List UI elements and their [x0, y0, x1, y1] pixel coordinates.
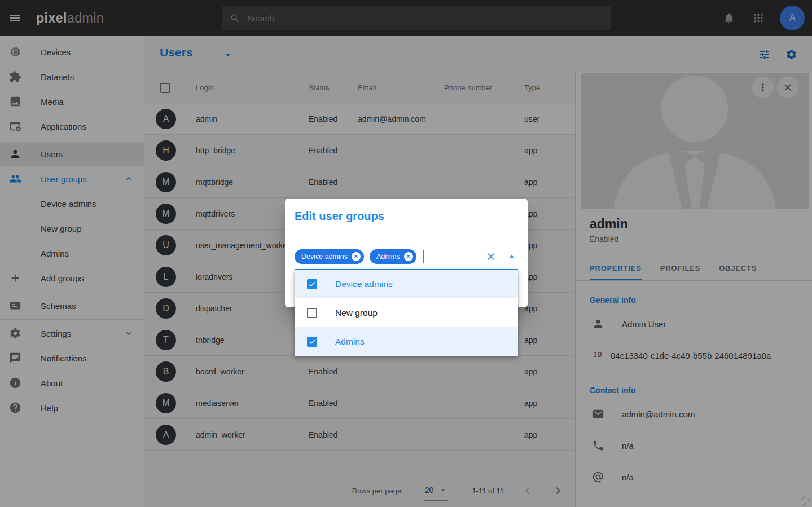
- group-options-dropdown: Device admins New group Admins: [295, 270, 518, 356]
- checkbox-checked-icon[interactable]: [307, 337, 317, 347]
- group-chip[interactable]: Device admins ✕: [295, 249, 364, 264]
- checkbox-unchecked-icon[interactable]: [307, 308, 317, 318]
- option-label: Admins: [335, 337, 365, 347]
- chip-remove-icon[interactable]: ✕: [404, 252, 413, 261]
- collapse-dropdown-icon[interactable]: [506, 250, 518, 263]
- input-actions: [485, 248, 518, 266]
- text-cursor: [423, 250, 424, 263]
- checkbox-checked-icon[interactable]: [307, 279, 317, 289]
- clear-selection-icon[interactable]: [485, 251, 497, 262]
- groups-chip-input[interactable]: Device admins ✕ Admins ✕: [295, 248, 518, 266]
- chip-label: Admins: [376, 253, 400, 261]
- group-option[interactable]: Admins: [295, 327, 518, 356]
- group-chip[interactable]: Admins ✕: [370, 249, 416, 264]
- group-option[interactable]: Device admins: [295, 270, 518, 298]
- option-label: New group: [335, 308, 378, 318]
- chip-label: Device admins: [301, 253, 348, 261]
- chip-remove-icon[interactable]: ✕: [352, 252, 361, 261]
- group-option[interactable]: New group: [295, 298, 518, 327]
- option-label: Device admins: [335, 279, 393, 289]
- dialog-title: Edit user groups: [295, 210, 384, 223]
